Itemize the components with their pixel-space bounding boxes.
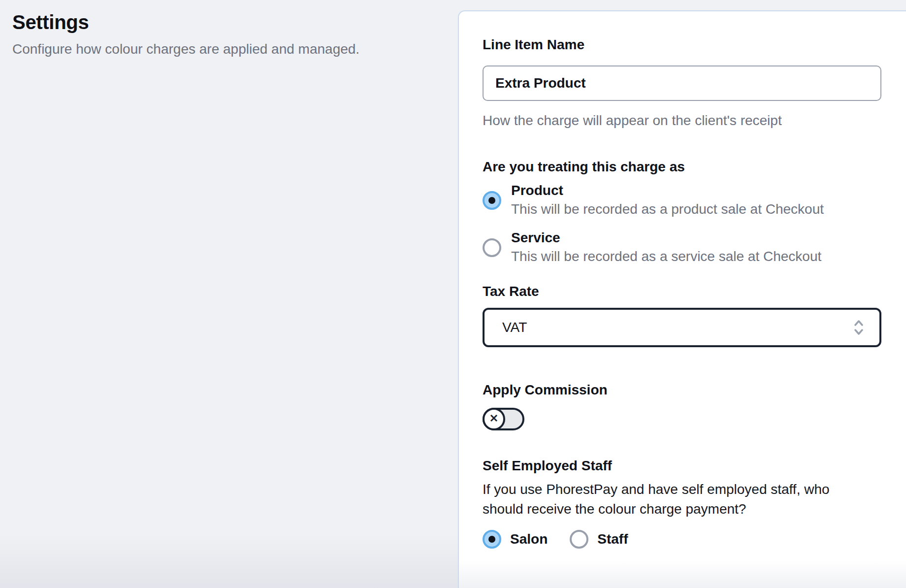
payee-option-staff[interactable]: Staff — [570, 530, 628, 549]
payee-option-salon[interactable]: Salon — [483, 530, 548, 549]
apply-commission-label: Apply Commission — [483, 381, 882, 399]
product-option-texts: Product This will be recorded as a produ… — [511, 182, 824, 219]
self-employed-staff-description: If you use PhorestPay and have self empl… — [483, 480, 857, 519]
page-subtitle: Configure how colour charges are applied… — [12, 40, 436, 58]
salon-option-label: Salon — [510, 531, 548, 547]
staff-radio[interactable] — [570, 530, 588, 549]
charge-type-option-product[interactable]: Product This will be recorded as a produ… — [483, 182, 882, 219]
payee-radio-group: Salon Staff — [483, 530, 882, 549]
product-option-label: Product — [511, 182, 824, 199]
settings-header: Settings Configure how colour charges ar… — [12, 11, 436, 58]
radio-selected-dot — [488, 197, 495, 204]
toggle-knob: ✕ — [483, 408, 505, 430]
charge-type-option-service[interactable]: Service This will be recorded as a servi… — [483, 229, 882, 266]
toggle-off-x-icon: ✕ — [489, 413, 498, 424]
apply-commission-toggle[interactable]: ✕ — [483, 408, 524, 430]
settings-form-card: Line Item Name How the charge will appea… — [458, 10, 906, 588]
tax-rate-label: Tax Rate — [483, 283, 882, 300]
line-item-name-label: Line Item Name — [483, 36, 882, 54]
page-title: Settings — [12, 11, 436, 33]
charge-type-group-label: Are you treating this charge as — [483, 158, 882, 176]
product-option-description: This will be recorded as a product sale … — [511, 199, 824, 219]
settings-screen: Settings Configure how colour charges ar… — [0, 0, 906, 588]
service-option-label: Service — [511, 229, 821, 247]
salon-radio[interactable] — [483, 530, 501, 549]
tax-rate-select[interactable]: VAT — [483, 308, 881, 347]
staff-option-label: Staff — [597, 531, 628, 547]
line-item-name-input[interactable] — [483, 65, 881, 101]
select-up-down-icon — [853, 318, 865, 337]
product-radio[interactable] — [483, 191, 501, 210]
self-employed-staff-label: Self Employed Staff — [483, 457, 882, 475]
radio-selected-dot — [488, 536, 495, 543]
background-bottom-shade — [0, 534, 459, 588]
service-radio[interactable] — [483, 238, 501, 257]
service-option-description: This will be recorded as a service sale … — [511, 247, 821, 266]
service-option-texts: Service This will be recorded as a servi… — [511, 229, 821, 266]
tax-rate-selected-value: VAT — [502, 320, 527, 335]
line-item-name-helper: How the charge will appear on the client… — [483, 112, 882, 130]
